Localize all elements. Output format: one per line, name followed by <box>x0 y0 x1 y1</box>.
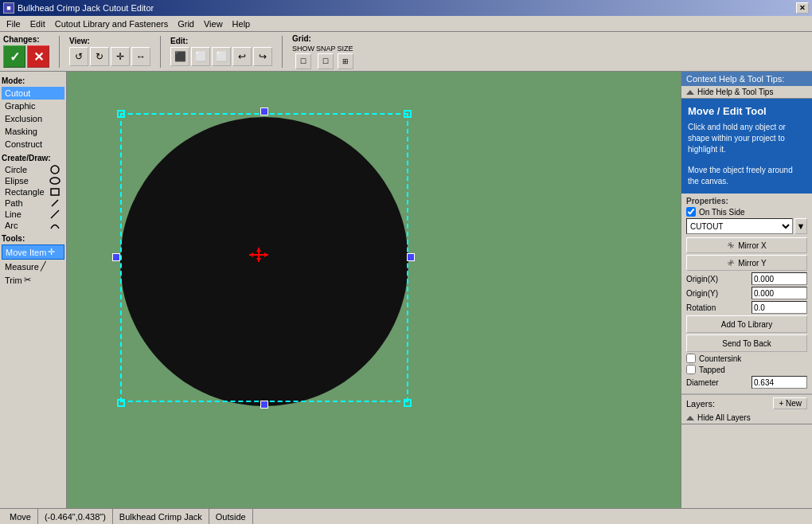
edit-paste[interactable]: ⬜ <box>191 47 210 66</box>
grid-snap-btn[interactable]: ☐ <box>318 53 334 69</box>
menu-cutout-library[interactable]: Cutout Library and Fasteners <box>50 18 173 30</box>
menubar: File Edit Cutout Library and Fasteners G… <box>0 16 812 32</box>
tapped-checkbox[interactable] <box>686 365 696 374</box>
view-fit[interactable]: ↔ <box>131 47 150 66</box>
rotation-input[interactable] <box>751 301 807 314</box>
handle-tc[interactable] <box>260 108 268 115</box>
create-section-label: Create/Draw: <box>2 154 64 162</box>
layers-label: Layers: <box>686 399 715 409</box>
svg-marker-6 <box>256 258 261 262</box>
grid-snap-label: SNAP <box>316 45 336 53</box>
svg-marker-9 <box>249 252 253 257</box>
svg-rect-2 <box>51 189 59 195</box>
view-rotate-ccw[interactable]: ↺ <box>69 47 88 66</box>
mirror-x-button[interactable]: Mirror X <box>686 237 807 253</box>
rectangle-icon <box>49 187 61 197</box>
status-mode: Move <box>3 509 38 524</box>
mode-graphic[interactable]: Graphic <box>2 100 64 112</box>
draw-elipse[interactable]: Elipse <box>2 175 64 186</box>
edit-buttons: ⬛ ⬜ ⬜ ↩ ↪ <box>170 47 272 66</box>
mode-section-label: Mode: <box>2 76 64 85</box>
handle-tl[interactable] <box>117 110 125 118</box>
mode-exclusion[interactable]: Exclusion <box>2 112 64 125</box>
svg-line-3 <box>51 210 59 218</box>
changes-section: Changes: ✓ ✕ <box>3 35 49 68</box>
draw-arc[interactable]: Arc <box>2 220 64 231</box>
countersink-checkbox[interactable] <box>686 354 696 363</box>
view-center[interactable]: ✛ <box>111 47 130 66</box>
edit-redo[interactable]: ↪ <box>253 47 272 66</box>
on-this-side-checkbox[interactable] <box>686 207 696 217</box>
ok-button[interactable]: ✓ <box>3 45 25 68</box>
tools-section-label: Tools: <box>2 234 64 243</box>
mode-construct[interactable]: Construct <box>2 138 64 151</box>
tool-measure[interactable]: Measure ╱ <box>2 260 64 273</box>
menu-help[interactable]: Help <box>228 18 256 30</box>
draw-circle[interactable]: Circle <box>2 164 64 175</box>
origin-y-input[interactable] <box>751 287 807 299</box>
new-layer-button[interactable]: + New <box>773 397 807 409</box>
cancel-button[interactable]: ✕ <box>27 45 49 68</box>
canvas-area[interactable] <box>67 72 681 508</box>
draw-line[interactable]: Line <box>2 209 64 220</box>
edit-section: Edit: ⬛ ⬜ ⬜ ↩ ↪ <box>170 37 272 66</box>
help-text2: Move the object freely around the canvas… <box>688 165 806 187</box>
countersink-label: Countersink <box>699 354 807 363</box>
titlebar-title: Bulkhead Crimp Jack Cutout Editor <box>18 3 154 13</box>
grid-show-label: SHOW <box>292 45 314 53</box>
menu-file[interactable]: File <box>2 18 25 30</box>
handle-bc[interactable] <box>260 401 268 409</box>
properties-label: Properties: <box>686 197 807 205</box>
menu-grid[interactable]: Grid <box>173 18 199 30</box>
menu-edit[interactable]: Edit <box>25 18 50 30</box>
menu-view[interactable]: View <box>199 18 228 30</box>
close-button[interactable]: ✕ <box>796 2 809 14</box>
line-icon <box>49 209 61 219</box>
dropdown-arrow[interactable]: ▼ <box>794 218 807 234</box>
tool-move-icon: ✛ <box>48 247 55 257</box>
edit-copy[interactable]: ⬛ <box>170 47 189 66</box>
on-this-side-label: On This Side <box>699 208 807 217</box>
edit-delete[interactable]: ⬜ <box>212 47 231 66</box>
mode-masking[interactable]: Masking <box>2 125 64 138</box>
send-to-back-button[interactable]: Send To Back <box>686 334 807 352</box>
grid-show-btn[interactable]: ☐ <box>295 53 311 69</box>
view-rotate-cw[interactable]: ↻ <box>90 47 109 66</box>
handle-br[interactable] <box>404 399 412 407</box>
handle-tr[interactable] <box>404 110 412 118</box>
view-buttons: ↺ ↻ ✛ ↔ <box>69 47 150 66</box>
diameter-input[interactable] <box>751 376 807 389</box>
changes-label: Changes: <box>3 35 40 44</box>
cutout-type-select[interactable]: CUTOUT GRAPHIC EXCLUSION <box>686 218 793 234</box>
edit-label: Edit: <box>170 37 188 45</box>
help-title: Move / Edit Tool <box>688 105 806 117</box>
hide-help-bar[interactable]: Hide Help & Tool Tips <box>681 86 812 99</box>
hide-layers-bar[interactable]: Hide All Layers <box>681 412 812 424</box>
mirror-y-button[interactable]: Mirror Y <box>686 255 807 271</box>
svg-marker-5 <box>256 248 261 252</box>
app-icon: ■ <box>3 2 14 14</box>
rotation-label: Rotation <box>686 303 748 312</box>
mode-cutout[interactable]: Cutout <box>2 87 64 100</box>
draw-rectangle[interactable]: Rectangle <box>2 186 64 197</box>
draw-path[interactable]: Path <box>2 197 64 209</box>
svg-point-0 <box>51 166 59 174</box>
cutout-dropdown-row: CUTOUT GRAPHIC EXCLUSION ▼ <box>686 218 807 234</box>
grid-size-btn[interactable]: ⊞ <box>338 53 353 69</box>
handle-ml[interactable] <box>112 253 120 261</box>
tool-move[interactable]: Move Item ✛ <box>2 244 64 260</box>
tool-trim[interactable]: Trim ✂ <box>2 273 64 287</box>
mirror-x-label: Mirror X <box>738 241 767 250</box>
origin-x-row: Origin(X) <box>686 272 807 285</box>
handle-mr[interactable] <box>407 253 415 261</box>
tapped-row: Tapped <box>686 365 807 374</box>
status-object: Bulkhead Crimp Jack <box>113 509 209 524</box>
grid-section: Grid: SHOW ☐ SNAP ☐ SIZE ⊞ <box>292 34 353 69</box>
handle-bl[interactable] <box>117 399 125 407</box>
edit-undo[interactable]: ↩ <box>232 47 252 66</box>
view-section: View: ↺ ↻ ✛ ↔ <box>69 37 150 66</box>
properties-section: Properties: On This Side CUTOUT GRAPHIC … <box>681 194 812 394</box>
origin-x-input[interactable] <box>751 272 807 285</box>
add-to-library-button[interactable]: Add To Library <box>686 315 807 333</box>
tapped-label: Tapped <box>699 366 807 374</box>
